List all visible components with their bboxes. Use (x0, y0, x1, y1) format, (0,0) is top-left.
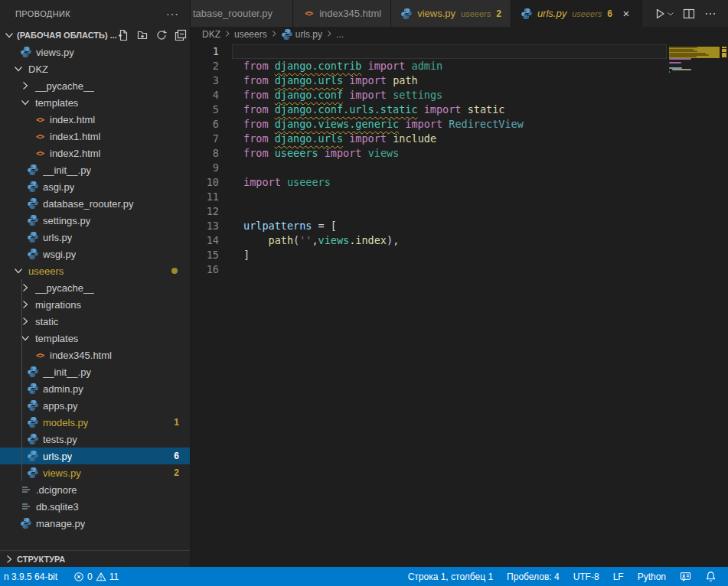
code-line-14[interactable]: 14 path('',views.index), (191, 233, 728, 248)
encoding-status[interactable]: UTF-8 (568, 567, 605, 586)
tree-item-templates[interactable]: templates (0, 330, 190, 347)
line-number[interactable]: 16 (191, 262, 232, 277)
split-editor-icon[interactable] (681, 5, 697, 22)
outline-section-header[interactable]: СТРУКТУРА (0, 550, 190, 567)
line-content[interactable]: from useeers import views (232, 146, 667, 161)
code-line-7[interactable]: 7from django.urls import include (191, 132, 728, 146)
code-line-13[interactable]: 13urlpatterns = [ (191, 219, 728, 233)
breadcrumb-item-DKZ[interactable]: DKZ (202, 29, 220, 40)
line-number[interactable]: 1 (191, 44, 232, 59)
line-number[interactable]: 6 (191, 117, 232, 132)
tree-item-index1-html[interactable]: <>index1.html (0, 128, 190, 145)
tree-item-useeers[interactable]: useeers (0, 262, 190, 279)
tree-item--pycache-[interactable]: __pycache__ (0, 279, 190, 296)
editor-more-actions-icon[interactable] (702, 5, 719, 22)
line-number[interactable]: 14 (191, 233, 232, 248)
language-mode-status[interactable]: Python (632, 567, 671, 586)
tree-item-DKZ[interactable]: DKZ (0, 60, 190, 77)
line-content[interactable] (232, 204, 667, 219)
code-line-6[interactable]: 6from django.views.generic import Redire… (191, 117, 728, 132)
line-content[interactable] (232, 161, 667, 175)
tree-item-migrations[interactable]: migrations (0, 296, 190, 313)
tree-item-wsgi-py[interactable]: wsgi.py (0, 246, 190, 262)
cursor-position-status[interactable]: Строка 1, столбец 1 (403, 567, 498, 586)
code-line-16[interactable]: 16 (191, 262, 728, 277)
tree-item-urls-py[interactable]: urls.py6 (0, 448, 190, 464)
code-line-1[interactable]: 1 (191, 44, 728, 59)
code-line-15[interactable]: 15] (191, 248, 728, 262)
tab-urls-py[interactable]: urls.pyuseeers6× (511, 0, 642, 27)
code-editor[interactable]: 12from django.contrib import admin3from … (191, 42, 728, 567)
tree-item-asgi-py[interactable]: asgi.py (0, 178, 190, 195)
tree-item-views-py[interactable]: views.py (0, 44, 190, 60)
sidebar-more-actions-icon[interactable]: ··· (166, 8, 179, 20)
line-content[interactable]: from django.views.generic import Redirec… (232, 117, 667, 132)
tree-item-tests-py[interactable]: tests.py (0, 431, 190, 448)
tree-item--pycache-[interactable]: __pycache__ (0, 77, 190, 94)
code-line-11[interactable]: 11 (191, 190, 728, 204)
line-number[interactable]: 15 (191, 248, 232, 262)
tree-item-admin-py[interactable]: admin.py (0, 380, 190, 397)
code-line-10[interactable]: 10import useeers (191, 175, 728, 190)
tree-item-settings-py[interactable]: settings.py (0, 212, 190, 229)
line-number[interactable]: 12 (191, 204, 232, 219)
run-dropdown-chevron-icon[interactable] (665, 5, 676, 22)
tree-item-static[interactable]: static (0, 313, 190, 330)
overview-ruler[interactable] (720, 42, 728, 567)
code-line-5[interactable]: 5from django.conf.urls.static import sta… (191, 103, 728, 117)
tree-item-index-html[interactable]: <>index.html (0, 111, 190, 128)
tree-item-apps-py[interactable]: apps.py (0, 397, 190, 414)
run-python-file-button[interactable] (651, 5, 676, 22)
line-content[interactable]: from django.conf.urls.static import stat… (232, 103, 667, 117)
tree-item--dcignore[interactable]: .dcignore (0, 481, 190, 498)
code-line-4[interactable]: 4from django.conf import settings (191, 88, 728, 103)
line-content[interactable]: import useeers (232, 175, 667, 190)
tree-item--init-py[interactable]: __init__.py (0, 161, 190, 178)
code-line-3[interactable]: 3from django.urls import path (191, 73, 728, 88)
tree-item-templates[interactable]: templates (0, 94, 190, 111)
workspace-section-header[interactable]: (РАБОЧАЯ ОБЛАСТЬ) ... (0, 27, 190, 44)
feedback-icon[interactable] (674, 567, 697, 586)
new-file-icon[interactable] (117, 29, 129, 41)
tree-item--init-py[interactable]: __init__.py (0, 363, 190, 380)
line-content[interactable] (232, 44, 667, 59)
eol-status[interactable]: LF (608, 567, 629, 586)
breadcrumb-item--[interactable]: ... (336, 29, 344, 40)
tree-item-urls-py[interactable]: urls.py (0, 229, 190, 246)
line-number[interactable]: 2 (191, 59, 232, 73)
line-content[interactable]: from django.urls import include (232, 132, 667, 146)
tree-item-database-roouter-py[interactable]: database_roouter.py (0, 195, 190, 212)
minimap[interactable] (669, 44, 720, 135)
tree-item-db-sqlite3[interactable]: db.sqlite3 (0, 498, 190, 515)
code-line-8[interactable]: 8from useeers import views (191, 146, 728, 161)
tab-views-py[interactable]: views.pyuseeers2 (391, 0, 511, 27)
new-folder-icon[interactable] (136, 29, 149, 41)
collapse-all-icon[interactable] (175, 29, 187, 41)
line-number[interactable]: 7 (191, 132, 232, 146)
line-number[interactable]: 9 (191, 161, 232, 175)
line-number[interactable]: 8 (191, 146, 232, 161)
line-content[interactable]: from django.urls import path (232, 73, 667, 88)
line-number[interactable]: 11 (191, 190, 232, 204)
code-line-12[interactable]: 12 (191, 204, 728, 219)
line-content[interactable] (232, 190, 667, 204)
tree-item-index345-html[interactable]: <>index345.html (0, 347, 190, 363)
tab-index345-html[interactable]: <>index345.html (293, 0, 391, 27)
line-number[interactable]: 13 (191, 219, 232, 233)
indentation-status[interactable]: Пробелов: 4 (501, 567, 565, 586)
line-content[interactable]: from django.contrib import admin (232, 59, 667, 73)
notifications-bell-icon[interactable] (700, 567, 722, 586)
tree-item-manage-py[interactable]: manage.py (0, 515, 190, 532)
line-number[interactable]: 5 (191, 103, 232, 117)
line-content[interactable] (232, 262, 667, 277)
breadcrumb-item-useeers[interactable]: useeers (234, 29, 267, 40)
breadcrumb-item-urls-py[interactable]: urls.py (281, 28, 322, 41)
line-content[interactable]: urlpatterns = [ (232, 219, 667, 233)
problems-status[interactable]: 0 11 (70, 567, 121, 586)
tab-tabase-roouter-py[interactable]: tabase_roouter.py (191, 0, 293, 27)
code-line-9[interactable]: 9 (191, 161, 728, 175)
code-line-2[interactable]: 2from django.contrib import admin (191, 59, 728, 73)
tree-item-index2-html[interactable]: <>index2.html (0, 145, 190, 161)
python-interpreter-status[interactable]: n 3.9.5 64-bit (2, 567, 60, 586)
tree-item-views-py[interactable]: views.py2 (0, 464, 190, 481)
